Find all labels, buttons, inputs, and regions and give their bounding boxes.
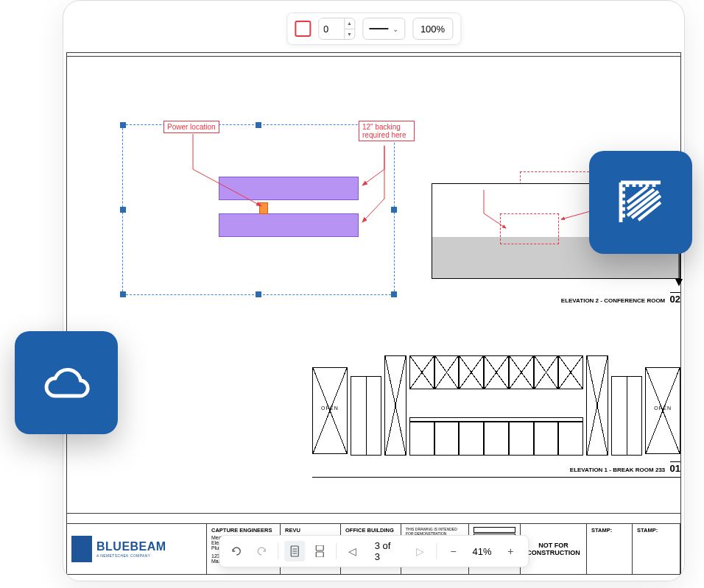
stroke-up-stepper[interactable]: ▲ — [345, 18, 354, 29]
app-window: ▲ ▼ ⌄ 100% Power loca — [63, 0, 685, 581]
zoom-in-button[interactable]: + — [500, 541, 521, 562]
undo-button[interactable] — [227, 541, 247, 562]
svg-rect-5 — [316, 545, 323, 550]
cloud-icon — [40, 356, 93, 409]
resize-handle-w[interactable] — [120, 207, 126, 213]
elev2-title: ELEVATION 2 - CONFERENCE ROOM 02 — [489, 292, 680, 305]
tb-capture-hdr: CAPTURE ENGINEERS — [211, 527, 275, 534]
zoom-value: 41% — [468, 546, 496, 557]
open-panel-right — [645, 367, 680, 454]
next-page-button[interactable]: ▷ — [410, 541, 431, 562]
resize-handle-sw[interactable] — [120, 291, 126, 297]
resize-handle-se[interactable] — [391, 291, 397, 297]
svg-rect-6 — [316, 552, 323, 557]
tb-stamp-1-hdr: STAMP: — [591, 527, 627, 534]
elev2-num: 02 — [670, 292, 680, 305]
grid-tile[interactable] — [589, 151, 692, 254]
callout-power-location[interactable]: Power location — [163, 121, 219, 133]
toolbar-separator — [278, 543, 278, 559]
base-cabinets — [409, 422, 583, 456]
dashed-panel — [500, 213, 559, 244]
title-block-logo: BLUEBEAM A NEMETSCHEK COMPANY — [67, 524, 207, 574]
zoom-out-button[interactable]: − — [443, 541, 464, 562]
fridge-left — [351, 376, 381, 456]
line-sample-icon — [369, 28, 388, 29]
tall-cabinet-right — [586, 355, 608, 456]
open-label-left: OPEN — [321, 405, 339, 411]
logo-subtext: A NEMETSCHEK COMPANY — [96, 553, 166, 558]
selection-bounds[interactable]: Power location 12" backing required here — [122, 124, 395, 295]
grid-snap-icon — [614, 176, 667, 229]
tb-office-hdr: OFFICE BUILDING — [345, 527, 396, 534]
chevron-down-icon: ⌄ — [393, 25, 398, 33]
elev1-title: ELEVATION 1 - BREAK ROOM 233 01 — [489, 461, 680, 474]
open-label-right: OPEN — [654, 405, 672, 411]
stroke-width-field[interactable] — [319, 18, 344, 39]
resize-handle-n[interactable] — [256, 122, 261, 128]
purple-shelf-bottom[interactable] — [219, 213, 359, 237]
tb-stamp-1: STAMP: — [587, 524, 633, 574]
elev2-label: ELEVATION 2 - CONFERENCE ROOM — [561, 297, 666, 304]
bluebeam-mark-icon — [71, 536, 92, 562]
power-outlet-marker[interactable] — [259, 202, 268, 214]
stroke-down-stepper[interactable]: ▼ — [345, 29, 354, 40]
prev-page-button[interactable]: ◁ — [342, 541, 363, 562]
toolbar-separator — [336, 543, 337, 559]
open-panel-left — [312, 367, 348, 454]
stroke-width-input[interactable]: ▲ ▼ — [318, 18, 355, 40]
elev1-num: 01 — [670, 461, 680, 474]
tb-stamp-2-hdr: STAMP: — [637, 527, 675, 534]
callout-arrows — [123, 125, 394, 294]
toolbar-separator — [437, 543, 437, 559]
elev1-label: ELEVATION 1 - BREAK ROOM 233 — [570, 467, 666, 473]
single-page-button[interactable] — [284, 541, 305, 562]
logo-text: BLUEBEAM — [96, 540, 166, 553]
viewer-toolbar: ◁ 3 of 3 ▷ − 41% + — [219, 535, 529, 567]
drawing-canvas[interactable]: Power location 12" backing required here… — [63, 43, 684, 581]
upper-cabinets — [409, 355, 583, 389]
page-indicator: 3 of 3 — [367, 540, 406, 562]
annotation-toolbar: ▲ ▼ ⌄ 100% — [286, 13, 461, 45]
resize-handle-e[interactable] — [391, 207, 397, 213]
rectangle-tool-icon[interactable] — [295, 21, 311, 37]
tall-cabinet-left — [384, 355, 406, 456]
continuous-page-button[interactable] — [309, 541, 330, 562]
resize-handle-nw[interactable] — [120, 122, 126, 128]
line-style-dropdown[interactable]: ⌄ — [362, 18, 405, 40]
elevation-breakroom: OPEN OPEN — [312, 345, 680, 478]
cloud-tile[interactable] — [15, 331, 118, 434]
fridge-right — [611, 376, 642, 456]
tb-notfor: NOT FOR CONSTRUCTION — [521, 524, 587, 574]
purple-shelf-top[interactable] — [219, 177, 359, 200]
callout-backing-required[interactable]: 12" backing required here — [359, 121, 415, 141]
tb-stamp-2: STAMP: — [633, 524, 680, 574]
zoom-display-top[interactable]: 100% — [412, 18, 453, 40]
redo-button[interactable] — [252, 541, 272, 562]
resize-handle-s[interactable] — [256, 291, 261, 297]
